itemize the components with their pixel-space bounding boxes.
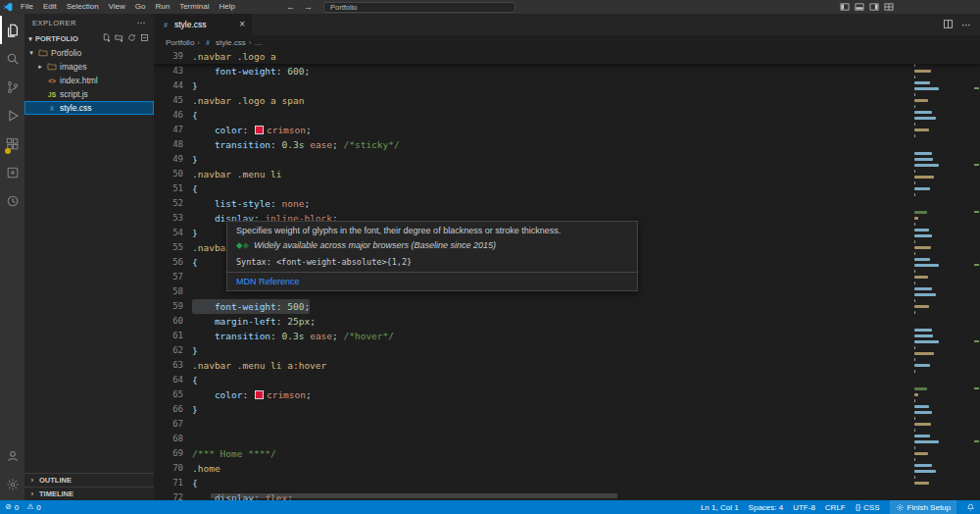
line-number[interactable]: 46: [154, 108, 192, 123]
command-center-search[interactable]: Portfolio: [323, 2, 515, 13]
line-number[interactable]: 50: [154, 167, 192, 181]
code-line[interactable]: 68: [154, 432, 980, 446]
code-editor[interactable]: 39.navbar .logo a43 font-weight: 600;44}…: [154, 49, 980, 500]
extensions-icon[interactable]: [0, 129, 24, 158]
menu-go[interactable]: Go: [130, 0, 151, 14]
refresh-explorer-icon[interactable]: [127, 33, 136, 44]
menu-view[interactable]: View: [104, 0, 130, 14]
run-debug-icon[interactable]: [0, 101, 24, 129]
line-number[interactable]: 66: [154, 402, 192, 417]
eol[interactable]: CRLF: [825, 500, 846, 514]
sticky-scroll-line[interactable]: 39.navbar .logo a: [154, 49, 980, 64]
code-line[interactable]: 70.home: [154, 461, 980, 476]
code-line[interactable]: 48 transition: 0.3s ease; /*sticky*/: [154, 137, 980, 152]
search-icon[interactable]: [0, 44, 24, 73]
encoding[interactable]: UTF-8: [793, 500, 815, 514]
section-timeline[interactable]: ›TIMELINE: [24, 487, 154, 500]
new-file-icon[interactable]: [102, 33, 111, 44]
code-line[interactable]: 71{: [154, 476, 980, 490]
line-number[interactable]: 65: [154, 387, 192, 402]
code-line[interactable]: 46{: [154, 108, 980, 123]
code-line[interactable]: 65 color: crimson;: [154, 387, 980, 402]
line-number[interactable]: 70: [154, 461, 192, 476]
code-line[interactable]: 66}: [154, 402, 980, 417]
line-number[interactable]: 49: [154, 152, 192, 167]
errors[interactable]: ⊘0: [5, 500, 19, 514]
line-number[interactable]: 39: [154, 49, 192, 64]
nav-forward-icon[interactable]: →: [304, 0, 313, 14]
breadcrumb-item[interactable]: style.css: [216, 38, 246, 47]
cursor-position[interactable]: Ln 1, Col 1: [701, 500, 739, 514]
line-number[interactable]: 60: [154, 314, 192, 329]
menu-file[interactable]: File: [16, 0, 38, 14]
code-line[interactable]: 52 list-style: none;: [154, 196, 980, 211]
more-actions-icon[interactable]: ⋯: [961, 20, 971, 30]
new-folder-icon[interactable]: [115, 33, 123, 44]
account-icon[interactable]: [0, 441, 24, 470]
split-editor-icon[interactable]: [943, 19, 954, 31]
code-line[interactable]: 45.navbar .logo a span: [154, 93, 980, 108]
collapse-folders-icon[interactable]: [140, 33, 149, 44]
code-line[interactable]: 60 margin-left: 25px;: [154, 314, 980, 329]
line-number[interactable]: 47: [154, 123, 192, 137]
code-line[interactable]: 63.navbar .menu li a:hover: [154, 358, 980, 373]
settings-icon[interactable]: [0, 470, 24, 498]
line-number[interactable]: 64: [154, 373, 192, 387]
code-line[interactable]: 44}: [154, 78, 980, 93]
line-number[interactable]: 72: [154, 490, 192, 500]
tree-item-style-css[interactable]: #style.css: [24, 101, 154, 115]
views-more-actions-icon[interactable]: ⋯: [137, 19, 147, 26]
minimap[interactable]: [912, 49, 939, 500]
code-line[interactable]: 64{: [154, 373, 980, 387]
finish-setup[interactable]: Finish Setup: [890, 500, 956, 514]
menu-run[interactable]: Run: [150, 0, 174, 14]
line-number[interactable]: 51: [154, 181, 192, 196]
line-number[interactable]: 62: [154, 343, 192, 358]
line-number[interactable]: 55: [154, 240, 192, 255]
code-line[interactable]: 43 font-weight: 600;: [154, 64, 980, 78]
toggle-panel-icon[interactable]: [855, 2, 864, 12]
line-number[interactable]: 45: [154, 93, 192, 108]
color-swatch[interactable]: [255, 126, 264, 134]
mdn-reference-link[interactable]: MDN Reference: [227, 272, 637, 290]
toggle-primary-sidebar-icon[interactable]: [840, 2, 850, 12]
code-line[interactable]: 67: [154, 417, 980, 432]
section-outline[interactable]: ›OUTLINE: [24, 473, 154, 487]
code-line[interactable]: 51{: [154, 181, 980, 196]
line-number[interactable]: 53: [154, 211, 192, 226]
tree-item-index-html[interactable]: <>index.html: [24, 74, 154, 87]
explorer-icon[interactable]: [0, 16, 24, 44]
line-number[interactable]: 71: [154, 476, 192, 490]
horizontal-scrollbar[interactable]: [211, 493, 617, 498]
explorer-section-header[interactable]: ▾ PORTFOLIO: [24, 31, 154, 46]
code-line[interactable]: 62}: [154, 343, 980, 358]
extension-a-icon[interactable]: [0, 158, 24, 186]
breadcrumb-item[interactable]: …: [254, 38, 262, 47]
menu-selection[interactable]: Selection: [62, 0, 104, 14]
toggle-secondary-sidebar-icon[interactable]: [869, 2, 879, 12]
line-number[interactable]: 44: [154, 78, 192, 93]
line-number[interactable]: 63: [154, 358, 192, 373]
tree-item-script-js[interactable]: JSscript.js: [24, 87, 154, 101]
line-number[interactable]: 58: [154, 284, 192, 299]
indentation[interactable]: Spaces: 4: [749, 500, 784, 514]
color-swatch[interactable]: [255, 390, 264, 399]
menu-help[interactable]: Help: [214, 0, 239, 14]
extension-b-icon[interactable]: [0, 186, 24, 215]
line-number[interactable]: 61: [154, 329, 192, 343]
close-tab-icon[interactable]: ×: [239, 20, 245, 29]
code-line[interactable]: 50.navbar .menu li: [154, 167, 980, 181]
nav-back-icon[interactable]: ←: [286, 0, 295, 14]
line-number[interactable]: 56: [154, 255, 192, 270]
tree-item-images[interactable]: ▸images: [24, 60, 154, 74]
code-line[interactable]: 47 color: crimson;: [154, 123, 980, 137]
code-line[interactable]: 49}: [154, 152, 980, 167]
source-control-icon[interactable]: [0, 73, 24, 101]
code-line[interactable]: 69/*** Home ****/: [154, 446, 980, 461]
line-number[interactable]: 59: [154, 299, 192, 314]
menu-terminal[interactable]: Terminal: [174, 0, 214, 14]
code-line[interactable]: 59 font-weight: 500;: [154, 299, 980, 314]
customize-layout-icon[interactable]: [884, 2, 894, 12]
menu-edit[interactable]: Edit: [38, 0, 62, 14]
line-number[interactable]: 54: [154, 226, 192, 240]
